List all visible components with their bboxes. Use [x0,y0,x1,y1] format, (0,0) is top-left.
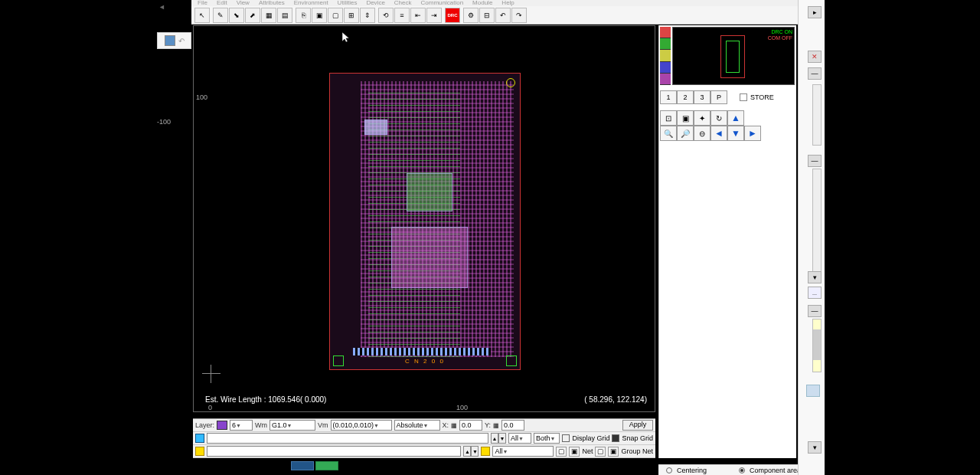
dropdown-icon[interactable]: ▾ [808,441,822,454]
globe-icon[interactable] [806,385,820,397]
menu-attributes[interactable]: Attributes [259,0,285,6]
view-3-button[interactable]: 3 [694,90,710,104]
pcb-board-outline[interactable]: C N 2 0 0 [329,73,521,370]
tool-8[interactable]: ▣ [312,8,327,23]
layer-chip-green[interactable] [660,38,671,50]
command-input-2[interactable] [207,446,461,457]
pcb-component-1[interactable] [364,120,387,135]
snap-grid-checkbox[interactable] [612,434,619,442]
minimize-icon-1[interactable]: — [808,67,822,80]
component-area-radio[interactable] [739,467,745,473]
menu-help[interactable]: Help [501,0,514,6]
center-button[interactable]: ✦ [694,110,710,126]
net-all-select[interactable]: All▼ [492,446,554,457]
zoom-out-button[interactable]: 🔎 [677,126,694,141]
nav-right-button[interactable]: ► [744,126,761,141]
zoom-window-button[interactable]: ▣ [677,110,694,126]
br-tab-icon[interactable]: ▸ [808,6,822,18]
filter-both-select[interactable]: Both▼ [534,433,560,444]
centering-radio[interactable] [666,467,672,473]
tool-3[interactable]: ⬊ [229,8,244,23]
menu-utilities[interactable]: Utilities [338,0,358,6]
zoom-fit-button[interactable]: ⊡ [660,110,677,126]
layer-chip-purple[interactable] [660,74,671,85]
net-icon-1[interactable]: ▢ [556,447,567,457]
tool-15[interactable]: ⇥ [426,8,442,23]
minimize-icon-3[interactable]: — [808,305,822,317]
tool-9[interactable]: ▢ [328,8,343,23]
apply-button[interactable]: Apply [622,420,653,431]
spin-dn-1[interactable]: ▼ [498,433,506,444]
scroll-thumb[interactable] [813,329,821,360]
zoom-prev-button[interactable]: ⊖ [694,126,710,141]
warning-icon[interactable] [195,447,204,456]
tool-16[interactable]: ⚙ [463,8,479,23]
refresh-button[interactable]: ↻ [710,110,727,126]
menu-communication[interactable]: Communication [421,0,464,6]
tool-14[interactable]: ⇤ [410,8,426,23]
view-p-button[interactable]: P [710,90,727,104]
tool-10[interactable]: ⊞ [344,8,359,23]
scrollbar-2[interactable] [812,169,822,276]
taskbar-chip-1[interactable] [291,461,314,470]
menu-environment[interactable]: Environment [294,0,328,6]
save-icon[interactable] [165,35,175,46]
via-select[interactable]: (0.010,0.010)▼ [331,420,392,431]
width-select[interactable]: G1.0▼ [270,420,315,431]
scrollbar-1[interactable] [812,84,822,146]
group-icon-2[interactable]: ▣ [608,447,619,457]
menu-edit[interactable]: Edit [217,0,227,6]
tool-2[interactable]: ✎ [213,8,228,23]
mode-select[interactable]: Absolute▼ [394,420,440,431]
minimap[interactable]: DRC ON COM OFF [672,27,795,85]
tool-17[interactable]: ⊟ [479,8,495,23]
spin-dn-2[interactable]: ▼ [471,446,479,457]
group-icon-1[interactable]: ▢ [595,447,606,457]
info-icon[interactable] [195,434,204,443]
tool-4[interactable]: ⬈ [245,8,260,23]
zoom-in-button[interactable]: 🔍 [660,126,677,141]
menu-device[interactable]: Device [366,0,384,6]
redo-button[interactable]: ↷ [511,8,527,23]
close-icon[interactable]: ✕ [808,51,822,63]
layer-chip-yellow[interactable] [660,50,671,61]
nav-left-button[interactable]: ◄ [710,126,727,141]
nav-up-button[interactable]: ▲ [727,110,744,126]
x-input[interactable]: 0.0 [459,420,482,431]
toggle-icon[interactable]: ... [808,287,822,299]
tool-7[interactable]: ⎘ [296,8,311,23]
filter-all-select[interactable]: All▼ [508,433,531,444]
scroll-left-icon[interactable]: ◄ [158,3,166,11]
menu-view[interactable]: View [237,0,250,6]
taskbar-chip-2[interactable] [315,461,338,470]
y-input[interactable]: 0.0 [501,420,524,431]
tool-11[interactable]: ⇕ [360,8,375,23]
net-icon-2[interactable]: ▣ [569,447,580,457]
minimize-icon-2[interactable]: — [808,155,822,167]
view-1-button[interactable]: 1 [660,90,677,104]
spin-up-2[interactable]: ▲ [463,446,471,457]
undo-button[interactable]: ↶ [495,8,511,23]
display-grid-checkbox[interactable] [562,434,570,442]
drc-button[interactable]: DRC [445,8,460,23]
layer-select[interactable]: 6▼ [230,420,253,431]
pcb-connector[interactable] [353,348,491,355]
pcb-component-2[interactable] [407,173,452,211]
undo-small-icon[interactable]: ↶ [178,37,185,45]
menu-module[interactable]: Module [472,0,492,6]
layer-chip-blue[interactable] [660,62,671,74]
layer-swatch[interactable] [217,421,227,430]
spin-up-1[interactable]: ▲ [491,433,498,444]
menu-file[interactable]: File [198,0,207,6]
view-2-button[interactable]: 2 [677,90,694,104]
tool-6[interactable]: ▤ [277,8,292,23]
store-checkbox[interactable] [740,93,747,101]
scroll-down-icon[interactable]: ▾ [808,271,822,283]
menu-check[interactable]: Check [394,0,412,6]
nav-down-button[interactable]: ▼ [727,126,744,141]
layer-chip-red[interactable] [660,27,671,38]
tool-5[interactable]: ▦ [261,8,276,23]
tool-13[interactable]: ≡ [394,8,410,23]
command-input-1[interactable] [207,433,488,444]
pcb-component-3[interactable] [391,227,468,288]
